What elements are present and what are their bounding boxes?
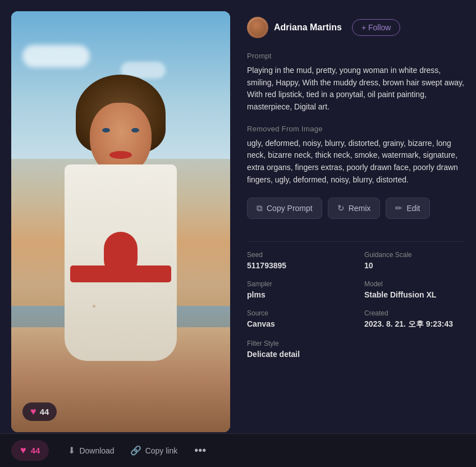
like-count: 44: [31, 446, 40, 455]
follow-button[interactable]: + Follow: [352, 19, 401, 36]
copy-prompt-button[interactable]: ⧉ Copy Prompt: [247, 198, 322, 219]
author-row: Adriana Martins + Follow: [247, 17, 465, 38]
bottom-toolbar: ♥ 44 ⬇ Download 🔗 Copy link •••: [0, 433, 476, 467]
sampler-value: plms: [247, 290, 347, 299]
author-name: Adriana Martins: [274, 22, 342, 33]
source-value: Canvas: [247, 319, 347, 328]
image-like-count: 44: [40, 407, 49, 416]
info-panel: Adriana Martins + Follow Prompt Playing …: [247, 11, 465, 433]
remix-icon: ↻: [337, 203, 345, 213]
sampler-item: Sampler plms: [247, 280, 347, 299]
artwork-image: ♥ 44: [11, 11, 230, 432]
link-icon: 🔗: [130, 445, 141, 456]
seed-item: Seed 511793895: [247, 251, 347, 270]
heart-icon: ♥: [30, 406, 36, 418]
action-row: ⧉ Copy Prompt ↻ Remix ✏ Edit: [247, 198, 465, 219]
like-button[interactable]: ♥ 44: [11, 440, 49, 461]
created-label: Created: [364, 309, 465, 317]
guidance-label: Guidance Scale: [364, 251, 465, 259]
remix-button[interactable]: ↻ Remix: [328, 198, 381, 219]
copy-link-button[interactable]: 🔗 Copy link: [122, 441, 186, 460]
more-options-button[interactable]: •••: [187, 439, 213, 461]
edit-button[interactable]: ✏ Edit: [386, 198, 429, 219]
prompt-section: Prompt Playing in the mud, pretty, young…: [247, 52, 465, 125]
filter-value: Delicate detail: [247, 350, 347, 359]
seed-value: 511793895: [247, 261, 347, 270]
download-button[interactable]: ⬇ Download: [60, 441, 122, 460]
model-item: Model Stable Diffusion XL: [364, 280, 465, 299]
guidance-item: Guidance Scale 10: [364, 251, 465, 270]
source-label: Source: [247, 309, 347, 317]
created-value: 2023. 8. 21. 오후 9:23:43: [364, 319, 465, 329]
filter-label: Filter Style: [247, 340, 347, 347]
removed-section: Removed From Image ugly, deformed, noisy…: [247, 125, 465, 198]
image-like-badge[interactable]: ♥ 44: [22, 402, 57, 421]
prompt-label: Prompt: [247, 52, 465, 60]
created-item: Created 2023. 8. 21. 오후 9:23:43: [364, 309, 465, 329]
removed-label: Removed From Image: [247, 125, 465, 133]
edit-icon: ✏: [395, 203, 402, 213]
guidance-value: 10: [364, 261, 465, 270]
model-label: Model: [364, 280, 465, 288]
heart-icon: ♥: [20, 445, 26, 456]
prompt-text: Playing in the mud, pretty, young woman …: [247, 65, 465, 113]
avatar[interactable]: [247, 17, 268, 38]
removed-text: ugly, deformed, noisy, blurry, distorted…: [247, 138, 465, 186]
download-icon: ⬇: [68, 445, 75, 456]
source-item: Source Canvas: [247, 309, 347, 329]
image-panel: ♥ 44: [11, 11, 230, 433]
sampler-label: Sampler: [247, 280, 347, 288]
more-icon: •••: [194, 444, 206, 456]
copy-icon: ⧉: [257, 203, 263, 213]
metadata-grid: Seed 511793895 Guidance Scale 10 Sampler…: [247, 251, 465, 359]
model-value: Stable Diffusion XL: [364, 290, 465, 299]
seed-label: Seed: [247, 251, 347, 259]
filter-item: Filter Style Delicate detail: [247, 340, 347, 359]
